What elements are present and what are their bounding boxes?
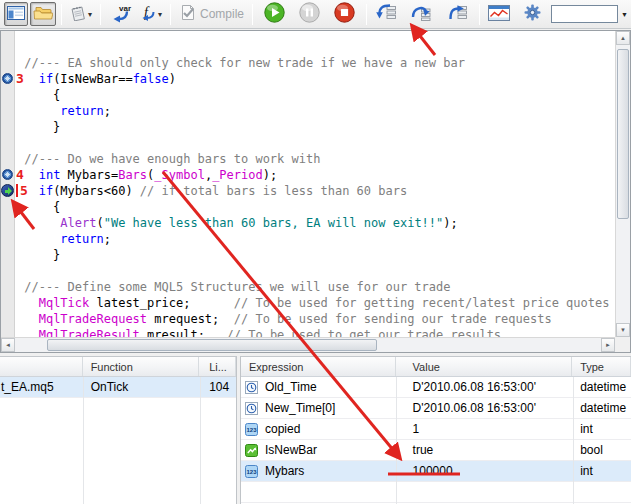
column-header[interactable]: Value bbox=[396, 357, 573, 376]
line-cell: 104 bbox=[199, 377, 236, 398]
dropdown-caret-icon: ▾ bbox=[158, 10, 162, 19]
toolbar-separator bbox=[366, 4, 367, 25]
scroll-left-icon[interactable]: ◄ bbox=[1, 338, 15, 352]
type-cell: datetime bbox=[572, 377, 631, 398]
gear-icon bbox=[524, 4, 541, 24]
toolbar-separator bbox=[252, 4, 253, 25]
step-into-button[interactable] bbox=[372, 2, 400, 26]
call-stack-panel: FunctionLi... t_EA.mq5OnTick104 bbox=[0, 356, 237, 504]
toolbar-separator bbox=[100, 4, 101, 25]
number-123-icon: 123 bbox=[245, 465, 259, 478]
breakpoint-icon[interactable] bbox=[2, 73, 13, 84]
metaeditor-window: ▾ var f ▾ Compile bbox=[0, 0, 631, 504]
editor-gutter[interactable] bbox=[1, 31, 15, 337]
number-123-icon: 123 bbox=[245, 423, 259, 436]
svg-text:123: 123 bbox=[246, 427, 257, 433]
jump-to-variable-button[interactable]: var bbox=[106, 2, 135, 26]
column-header[interactable]: Li... bbox=[199, 357, 236, 376]
code-line: //--- EA should only check for new trade… bbox=[17, 55, 615, 71]
scroll-right-icon[interactable]: ► bbox=[601, 338, 615, 352]
file-cell: t_EA.mq5 bbox=[0, 377, 83, 398]
step-over-button[interactable] bbox=[407, 2, 435, 26]
toolbar: ▾ var f ▾ Compile bbox=[0, 0, 631, 29]
toolbar-separator bbox=[61, 4, 62, 25]
chart-icon bbox=[488, 5, 510, 24]
step-out-button[interactable] bbox=[443, 2, 471, 26]
type-cell: int bbox=[572, 461, 631, 482]
jump-to-function-button[interactable]: f ▾ bbox=[137, 2, 165, 26]
combobox-dropdown-icon[interactable]: ▼ bbox=[618, 5, 631, 23]
clock-icon bbox=[245, 402, 259, 415]
column-header[interactable]: Type bbox=[572, 357, 631, 376]
code-line: Alert("We have less than 60 bars, EA wil… bbox=[17, 215, 615, 231]
window-layout-button[interactable] bbox=[4, 2, 28, 26]
clock-icon bbox=[245, 381, 259, 394]
step-into-icon bbox=[375, 4, 397, 24]
horizontal-scrollbar[interactable]: ◄ ► bbox=[1, 337, 615, 352]
code-line: //--- Do we have enough bars to work wit… bbox=[17, 151, 615, 167]
expression-cell: New_Time[0] bbox=[241, 398, 396, 419]
jump-to-function-icon: f bbox=[140, 3, 157, 26]
watch-panel: ExpressionValueType Old_TimeD'2010.06.08… bbox=[240, 356, 631, 504]
step-out-icon bbox=[446, 4, 468, 24]
expression-cell: 123Mybars bbox=[241, 461, 396, 482]
code-line: MqlTradeResult mresult; // To be used to… bbox=[17, 327, 615, 337]
start-debugging-button[interactable] bbox=[261, 2, 288, 26]
type-cell: int bbox=[572, 419, 631, 440]
column-header[interactable] bbox=[0, 357, 83, 376]
code-line: if(IsNewBar==false) bbox=[17, 71, 615, 87]
scroll-up-icon[interactable]: ▲ bbox=[616, 31, 630, 45]
value-cell: D'2010.06.08 16:53:00' bbox=[396, 377, 573, 398]
column-divider bbox=[83, 377, 84, 504]
breakpoint-icon[interactable] bbox=[2, 169, 13, 180]
code-line: return; bbox=[17, 231, 615, 247]
compile-label: Compile bbox=[200, 7, 244, 21]
type-cell: datetime bbox=[572, 398, 631, 419]
scrollbar-corner bbox=[615, 337, 630, 352]
vertical-scrollbar[interactable]: ▲ ▼ bbox=[615, 31, 630, 337]
value-cell: D'2010.06.08 16:53:00' bbox=[396, 398, 573, 419]
open-chart-button[interactable] bbox=[485, 2, 513, 26]
code-line: { bbox=[17, 87, 615, 103]
code-line: } bbox=[17, 247, 615, 263]
type-cell: bool bbox=[572, 440, 631, 461]
stop-debugging-button[interactable] bbox=[331, 2, 358, 26]
compile-icon bbox=[179, 5, 196, 23]
code-line: return; bbox=[17, 103, 615, 119]
expression-cell: IsNewBar bbox=[241, 440, 396, 461]
code-editor[interactable]: //--- EA should only check for new trade… bbox=[0, 30, 631, 353]
value-cell: true bbox=[396, 440, 573, 461]
column-header[interactable]: Function bbox=[83, 357, 199, 376]
code-line: int Mybars=Bars(_Symbol,_Period); bbox=[17, 167, 615, 183]
code-line: { bbox=[17, 199, 615, 215]
expression-cell bbox=[241, 482, 396, 503]
new-object-button[interactable]: ▾ bbox=[67, 2, 95, 26]
new-object-icon bbox=[70, 5, 87, 24]
scroll-down-icon[interactable]: ▼ bbox=[616, 323, 630, 337]
value-cell: 100000 bbox=[396, 461, 573, 482]
vertical-scroll-thumb[interactable] bbox=[617, 49, 629, 219]
value-cell: 1 bbox=[396, 419, 573, 440]
pause-debugging-button[interactable] bbox=[296, 2, 323, 26]
code-line bbox=[17, 39, 615, 55]
folders-icon bbox=[33, 6, 53, 23]
compile-button[interactable]: Compile bbox=[176, 2, 247, 26]
combobox-input[interactable] bbox=[551, 5, 618, 23]
watch-header: ExpressionValueType bbox=[241, 357, 631, 377]
toolbar-separator bbox=[479, 4, 480, 25]
current-position-icon[interactable] bbox=[1, 184, 14, 197]
debug-profile-combobox[interactable]: ▼ bbox=[551, 5, 631, 23]
code-line: //--- Define some MQL5 Structures we wil… bbox=[17, 279, 615, 295]
file-navigator-button[interactable] bbox=[30, 2, 56, 26]
type-cell bbox=[572, 482, 631, 503]
window-layout-icon bbox=[7, 6, 25, 23]
settings-button[interactable] bbox=[521, 2, 544, 26]
jump-to-variable-icon: var bbox=[109, 3, 132, 26]
horizontal-scroll-thumb[interactable] bbox=[47, 339, 377, 351]
play-icon bbox=[264, 2, 285, 26]
expression-cell: 123copied bbox=[241, 419, 396, 440]
code-line: } bbox=[17, 119, 615, 135]
code-line bbox=[17, 263, 615, 279]
column-header[interactable]: Expression bbox=[241, 357, 396, 376]
code-lines: //--- EA should only check for new trade… bbox=[15, 39, 615, 337]
